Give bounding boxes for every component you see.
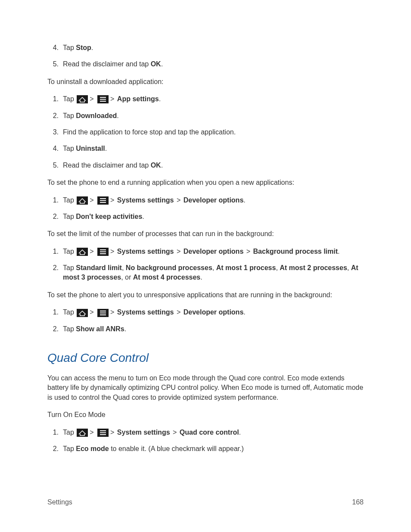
- list-content: Find the application to force stop and t…: [63, 128, 364, 137]
- list-number: 2.: [47, 263, 59, 283]
- list-content: Tap Stop.: [63, 43, 364, 53]
- menu-icon: [97, 248, 109, 256]
- list-item: 2. Tap Show all ANRs.: [47, 324, 364, 334]
- paragraph: To uninstall a downloaded application:: [47, 77, 364, 87]
- list-content: Tap > > App settings.: [63, 94, 364, 104]
- list-number: 2.: [47, 212, 59, 221]
- list-number: 5.: [47, 161, 59, 170]
- paragraph: You can access the menu to turn on Eco m…: [47, 373, 364, 402]
- list-content: Read the disclaimer and tap OK.: [63, 59, 364, 69]
- list-content: Tap Eco mode to enable it. (A blue check…: [63, 444, 364, 454]
- list-content: Tap Downloaded.: [63, 111, 364, 121]
- ordered-list: 1. Tap > > Systems settings > Developer …: [47, 196, 364, 222]
- list-item: 4. Tap Stop.: [47, 43, 364, 53]
- ordered-list: 1. Tap > > Systems settings > Developer …: [47, 308, 364, 334]
- ordered-list: 1. Tap > > App settings. 2. Tap Download…: [47, 94, 364, 170]
- list-content: Tap Uninstall.: [63, 144, 364, 153]
- list-number: 1.: [47, 247, 59, 256]
- footer-section-name: Settings: [47, 498, 72, 506]
- list-item: 4. Tap Uninstall.: [47, 144, 364, 153]
- list-item: 2. Tap Don't keep activities.: [47, 212, 364, 221]
- list-content: Tap Standard limit, No background proces…: [63, 263, 364, 283]
- list-number: 4.: [47, 43, 59, 53]
- menu-icon: [97, 309, 109, 317]
- home-icon: [77, 309, 88, 317]
- home-icon: [77, 429, 88, 437]
- home-icon: [77, 248, 88, 256]
- menu-icon: [97, 429, 109, 437]
- ordered-list: 1. Tap > > Systems settings > Developer …: [47, 247, 364, 283]
- paragraph: To set the phone to alert you to unrespo…: [47, 290, 364, 300]
- ordered-list: 1. Tap > > System settings > Quad core c…: [47, 428, 364, 454]
- list-item: 2. Tap Downloaded.: [47, 111, 364, 121]
- list-number: 2.: [47, 444, 59, 454]
- list-item: 1. Tap > > Systems settings > Developer …: [47, 247, 364, 256]
- list-item: 2. Tap Standard limit, No background pro…: [47, 263, 364, 283]
- ordered-list-continue: 4. Tap Stop. 5. Read the disclaimer and …: [47, 43, 364, 69]
- list-number: 3.: [47, 128, 59, 137]
- menu-icon: [97, 196, 109, 205]
- list-item: 5. Read the disclaimer and tap OK.: [47, 59, 364, 69]
- list-number: 1.: [47, 308, 59, 317]
- list-number: 5.: [47, 59, 59, 69]
- paragraph: To set the limit of the number of proces…: [47, 229, 364, 239]
- page-content: 4. Tap Stop. 5. Read the disclaimer and …: [0, 0, 411, 454]
- list-item: 1. Tap > > Systems settings > Developer …: [47, 196, 364, 205]
- home-icon: [77, 95, 88, 103]
- list-content: Tap > > Systems settings > Developer opt…: [63, 247, 364, 256]
- menu-icon: [97, 95, 109, 103]
- list-content: Tap Show all ANRs.: [63, 324, 364, 334]
- list-item: 5. Read the disclaimer and tap OK.: [47, 161, 364, 170]
- list-number: 2.: [47, 111, 59, 121]
- list-item: 2. Tap Eco mode to enable it. (A blue ch…: [47, 444, 364, 454]
- page-footer: Settings 168: [47, 498, 364, 506]
- page-number: 168: [352, 498, 364, 506]
- list-number: 4.: [47, 144, 59, 153]
- paragraph: To set the phone to end a running applic…: [47, 178, 364, 187]
- list-number: 1.: [47, 196, 59, 205]
- list-item: 1. Tap > > App settings.: [47, 94, 364, 104]
- list-content: Tap > > Systems settings > Developer opt…: [63, 196, 364, 205]
- list-content: Read the disclaimer and tap OK.: [63, 161, 364, 170]
- list-item: 1. Tap > > System settings > Quad core c…: [47, 428, 364, 437]
- paragraph: Turn On Eco Mode: [47, 410, 364, 420]
- list-number: 1.: [47, 428, 59, 437]
- list-content: Tap > > Systems settings > Developer opt…: [63, 308, 364, 317]
- list-number: 2.: [47, 324, 59, 334]
- home-icon: [77, 196, 88, 205]
- list-content: Tap Don't keep activities.: [63, 212, 364, 221]
- list-number: 1.: [47, 94, 59, 104]
- section-heading: Quad Core Control: [47, 351, 364, 365]
- list-item: 3. Find the application to force stop an…: [47, 128, 364, 137]
- list-item: 1. Tap > > Systems settings > Developer …: [47, 308, 364, 317]
- list-content: Tap > > System settings > Quad core cont…: [63, 428, 364, 437]
